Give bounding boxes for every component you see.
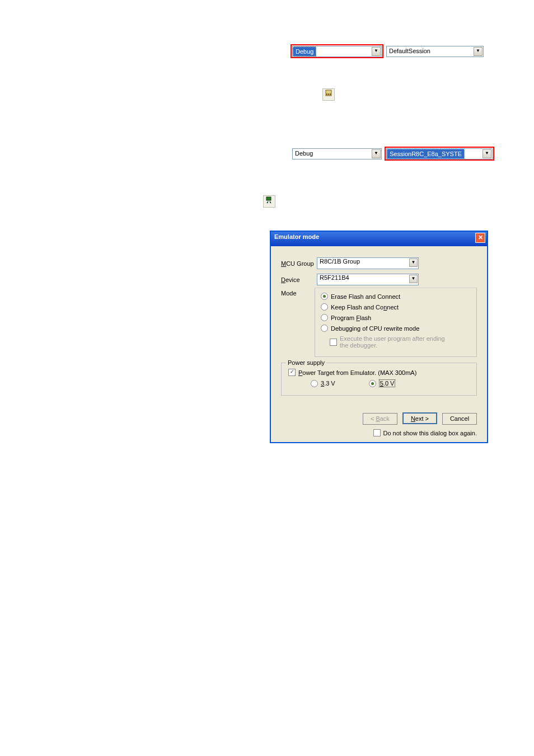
device-value: R5F211B4 <box>317 273 352 282</box>
radio-erase-flash[interactable]: Erase Flash and Connect <box>321 293 471 300</box>
svg-rect-3 <box>330 93 331 95</box>
svg-rect-1 <box>326 93 327 95</box>
radio-debug-label: Debugging of CPU rewrite mode <box>331 325 419 332</box>
radio-icon <box>321 325 328 332</box>
check-power-target[interactable]: ✓ Power Target from Emulator. (MAX 300mA… <box>288 369 470 376</box>
mcu-group-combo[interactable]: R8C/1B Group ▼ <box>317 257 419 269</box>
dialog-title: Emulator mode <box>274 233 319 240</box>
dialog-titlebar: Emulator mode ✕ <box>271 232 487 246</box>
dialog-footer: Do not show this dialog box again. <box>281 429 477 436</box>
connect-icon[interactable] <box>263 195 275 208</box>
noshow-label: Do not show this dialog box again. <box>383 430 477 436</box>
config-dropdown-2[interactable]: Debug ▼ <box>292 148 382 159</box>
config-dropdown-1[interactable]: Debug ▼ <box>292 46 382 57</box>
mcu-group-label: MCU Group <box>281 260 317 267</box>
chevron-down-icon[interactable]: ▼ <box>483 149 491 158</box>
radio-icon <box>321 314 328 321</box>
power-target-label: Power Target from Emulator. (MAX 300mA) <box>298 369 416 376</box>
close-icon[interactable]: ✕ <box>475 233 485 243</box>
chevron-down-icon[interactable]: ▼ <box>372 149 381 158</box>
mode-group: Erase Flash and Connect Keep Flash and C… <box>315 288 477 357</box>
emulator-mode-dialog: Emulator mode ✕ MCU Group R8C/1B Group ▼… <box>270 231 488 443</box>
radio-debug-cpu[interactable]: Debugging of CPU rewrite mode <box>321 325 471 332</box>
device-combo[interactable]: R5F211B4 ▼ <box>317 274 419 285</box>
config-value-2: Debug <box>293 149 315 158</box>
checkbox-icon[interactable] <box>373 429 381 436</box>
toolbar-icon-1[interactable] <box>322 88 335 101</box>
svg-rect-2 <box>328 93 329 95</box>
checkbox-icon <box>330 339 337 346</box>
mode-label: Mode <box>281 290 317 297</box>
device-label: Device <box>281 276 317 283</box>
radio-3v3[interactable]: 3.3 V <box>311 379 335 387</box>
check-execute-after: Execute the user program after ending th… <box>330 335 471 349</box>
session-dropdown-1[interactable]: DefaultSession ▼ <box>386 46 484 57</box>
power-supply-group: Power supply ✓ Power Target from Emulato… <box>281 363 477 396</box>
radio-keep-label: Keep Flash and Connect <box>331 304 399 311</box>
session-value-1: DefaultSession <box>387 46 433 55</box>
button-row: < Back Next > Cancel <box>281 412 477 425</box>
radio-icon <box>321 293 328 300</box>
radio-icon <box>311 380 318 387</box>
checkbox-icon: ✓ <box>288 369 296 376</box>
session-value-2: SessionR8C_E8a_SYSTE <box>387 149 465 159</box>
v33-label: 3.3 V <box>321 380 335 387</box>
radio-icon <box>321 303 328 311</box>
chevron-down-icon[interactable]: ▼ <box>409 275 418 283</box>
chevron-down-icon[interactable]: ▼ <box>409 259 418 267</box>
v50-label: 5.0 V <box>379 379 396 387</box>
back-button: < Back <box>363 413 397 425</box>
radio-keep-flash[interactable]: Keep Flash and Connect <box>321 303 471 311</box>
radio-icon <box>369 380 376 387</box>
chevron-down-icon[interactable]: ▼ <box>474 47 483 56</box>
config-value-1: Debug <box>293 46 316 57</box>
svg-rect-4 <box>266 197 271 200</box>
session-dropdown-2[interactable]: SessionR8C_E8a_SYSTE ▼ <box>386 148 493 159</box>
radio-program-flash[interactable]: Program Flash <box>321 314 471 321</box>
radio-5v0[interactable]: 5.0 V <box>369 379 396 387</box>
power-supply-legend: Power supply <box>286 359 326 366</box>
chevron-down-icon[interactable]: ▼ <box>372 47 381 56</box>
execute-after-label: Execute the user program after ending th… <box>340 335 452 349</box>
cancel-button[interactable]: Cancel <box>442 413 477 425</box>
radio-erase-label: Erase Flash and Connect <box>331 293 400 300</box>
next-button[interactable]: Next > <box>402 412 437 424</box>
mcu-group-value: R8C/1B Group <box>317 257 362 266</box>
radio-program-label: Program Flash <box>331 314 371 321</box>
